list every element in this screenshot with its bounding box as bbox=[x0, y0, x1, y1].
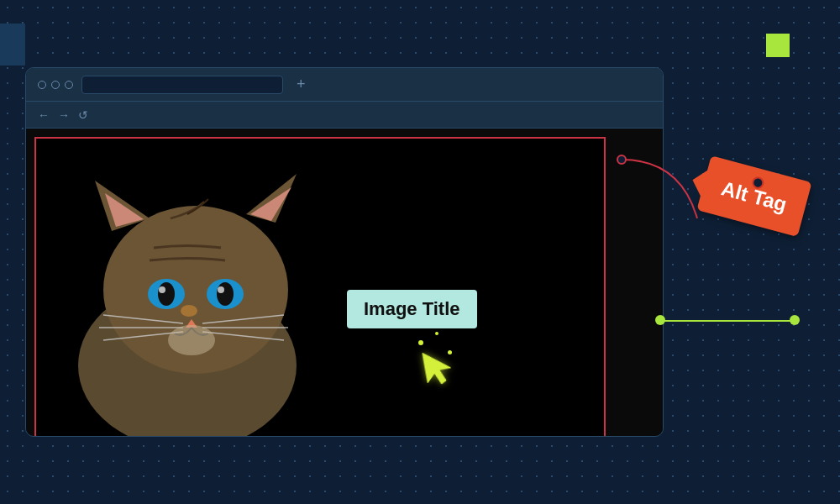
sparkle-2 bbox=[435, 332, 438, 335]
svg-point-11 bbox=[159, 286, 165, 293]
connector-horizontal-line bbox=[660, 320, 793, 322]
browser-window: + ← → ↺ bbox=[25, 67, 664, 437]
cursor-icon bbox=[419, 346, 462, 396]
blue-accent-square bbox=[0, 24, 25, 66]
browser-window-controls bbox=[38, 81, 73, 89]
svg-point-21 bbox=[181, 305, 197, 317]
connector-dot-right bbox=[790, 315, 800, 325]
new-tab-button[interactable]: + bbox=[297, 76, 306, 93]
refresh-button[interactable]: ↺ bbox=[78, 108, 88, 122]
browser-topbar: + bbox=[26, 68, 663, 102]
svg-point-9 bbox=[158, 282, 175, 306]
svg-point-23 bbox=[617, 155, 626, 164]
svg-point-10 bbox=[217, 282, 234, 306]
webpage-image: Image Title bbox=[34, 137, 606, 437]
svg-point-20 bbox=[168, 325, 215, 355]
alt-tag-text: Alt Tag bbox=[719, 176, 790, 216]
svg-point-12 bbox=[218, 286, 224, 293]
browser-navbar: ← → ↺ bbox=[26, 102, 663, 129]
sparkle-1 bbox=[418, 340, 423, 345]
browser-content: Image Title bbox=[26, 129, 663, 436]
green-accent-square bbox=[766, 34, 790, 57]
window-dot-3 bbox=[65, 81, 73, 89]
back-button[interactable]: ← bbox=[38, 108, 50, 122]
connector-dot-left bbox=[655, 315, 665, 325]
forward-button[interactable]: → bbox=[58, 108, 70, 122]
svg-marker-22 bbox=[423, 349, 453, 386]
image-title-tooltip: Image Title bbox=[347, 290, 477, 328]
image-title-text: Image Title bbox=[364, 298, 460, 319]
cat-image bbox=[36, 139, 372, 437]
window-dot-1 bbox=[38, 81, 46, 89]
browser-address-bar[interactable] bbox=[81, 76, 283, 94]
window-dot-2 bbox=[51, 81, 60, 89]
